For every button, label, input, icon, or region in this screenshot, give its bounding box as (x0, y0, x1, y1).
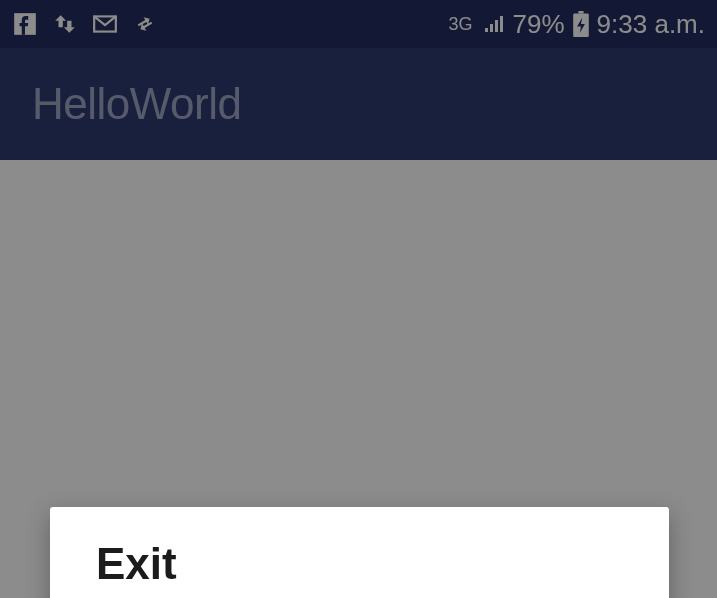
signal-icon (481, 12, 505, 36)
status-time: 9:33 a.m. (597, 9, 705, 40)
gmail-icon (92, 11, 118, 37)
svg-rect-4 (495, 20, 498, 32)
status-bar: 3G 79% 9:33 a.m. (0, 0, 717, 48)
battery-charging-icon (573, 11, 589, 37)
battery-percent: 79% (513, 9, 565, 40)
data-transfer-icon (132, 11, 158, 37)
svg-rect-3 (490, 24, 493, 32)
dialog-title: Exit (96, 539, 623, 589)
exit-dialog[interactable]: Exit (50, 507, 669, 598)
app-title: HelloWorld (32, 79, 241, 129)
facebook-icon (12, 11, 38, 37)
svg-rect-2 (485, 28, 488, 32)
sync-icon (52, 11, 78, 37)
svg-rect-7 (578, 11, 583, 14)
network-type: 3G (449, 15, 473, 33)
app-bar: HelloWorld (0, 48, 717, 160)
status-right: 3G 79% 9:33 a.m. (449, 9, 705, 40)
svg-rect-5 (500, 16, 503, 32)
status-left-icons (12, 11, 158, 37)
